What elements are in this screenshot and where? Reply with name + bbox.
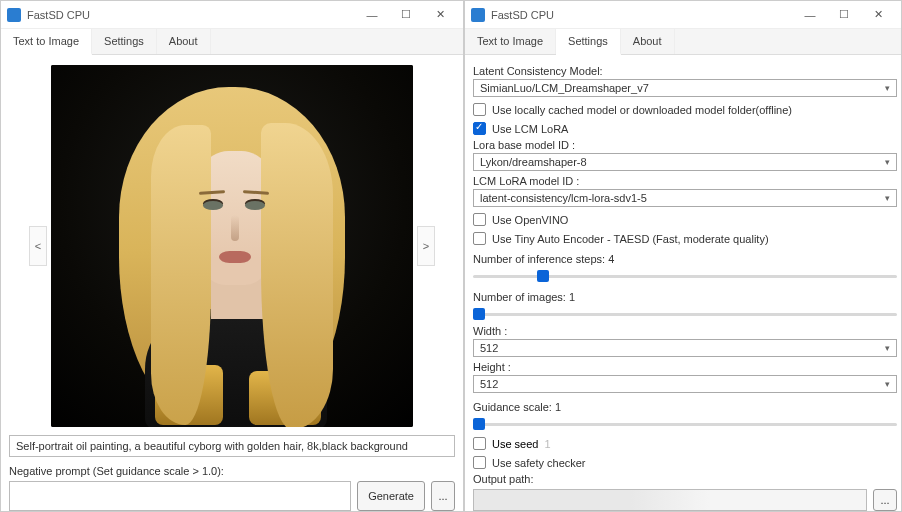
window-title: FastSD CPU bbox=[491, 9, 793, 21]
use-openvino-checkbox[interactable] bbox=[473, 213, 486, 226]
width-select[interactable]: 512 ▾ bbox=[473, 339, 897, 357]
browse-output-button[interactable]: ... bbox=[873, 489, 897, 511]
lora-base-select[interactable]: Lykon/dreamshaper-8 ▾ bbox=[473, 153, 897, 171]
maximize-button[interactable]: ☐ bbox=[389, 1, 423, 29]
tab-settings[interactable]: Settings bbox=[92, 29, 157, 54]
app-icon bbox=[471, 8, 485, 22]
width-value: 512 bbox=[480, 342, 498, 354]
generate-button[interactable]: Generate bbox=[357, 481, 425, 511]
image-area: < > bbox=[9, 61, 455, 431]
guidance-label: Guidance scale: 1 bbox=[473, 401, 897, 413]
negative-prompt-input[interactable] bbox=[9, 481, 351, 511]
num-images-slider-thumb[interactable] bbox=[473, 308, 485, 320]
tabs-right: Text to Image Settings About bbox=[465, 29, 901, 55]
num-images-slider[interactable] bbox=[473, 307, 897, 321]
use-local-cache-label: Use locally cached model or downloaded m… bbox=[492, 104, 792, 116]
minimize-button[interactable]: — bbox=[355, 1, 389, 29]
width-label: Width : bbox=[473, 325, 897, 337]
lcm-model-value: SimianLuo/LCM_Dreamshaper_v7 bbox=[480, 82, 649, 94]
chevron-down-icon: ▾ bbox=[885, 157, 890, 167]
generated-image[interactable] bbox=[51, 65, 413, 427]
lcm-model-label: Latent Consistency Model: bbox=[473, 65, 897, 77]
lcm-lora-id-select[interactable]: latent-consistency/lcm-lora-sdv1-5 ▾ bbox=[473, 189, 897, 207]
output-path-label: Output path: bbox=[473, 473, 897, 485]
use-taesd-checkbox[interactable] bbox=[473, 232, 486, 245]
use-lcm-lora-checkbox[interactable] bbox=[473, 122, 486, 135]
use-openvino-label: Use OpenVINO bbox=[492, 214, 568, 226]
tab-text-to-image[interactable]: Text to Image bbox=[1, 29, 92, 55]
chevron-down-icon: ▾ bbox=[885, 379, 890, 389]
left-window: FastSD CPU — ☐ ✕ Text to Image Settings … bbox=[0, 0, 464, 512]
tab-about[interactable]: About bbox=[621, 29, 675, 54]
tab-about[interactable]: About bbox=[157, 29, 211, 54]
minimize-button[interactable]: — bbox=[793, 1, 827, 29]
use-local-cache-checkbox[interactable] bbox=[473, 103, 486, 116]
titlebar-left[interactable]: FastSD CPU — ☐ ✕ bbox=[1, 1, 463, 29]
use-seed-checkbox[interactable] bbox=[473, 437, 486, 450]
guidance-slider-thumb[interactable] bbox=[473, 418, 485, 430]
steps-slider-thumb[interactable] bbox=[537, 270, 549, 282]
use-safety-checkbox[interactable] bbox=[473, 456, 486, 469]
tabs-left: Text to Image Settings About bbox=[1, 29, 463, 55]
right-window: FastSD CPU — ☐ ✕ Text to Image Settings … bbox=[464, 0, 902, 512]
guidance-value: 1 bbox=[555, 401, 561, 413]
titlebar-right[interactable]: FastSD CPU — ☐ ✕ bbox=[465, 1, 901, 29]
lora-base-label: Lora base model ID : bbox=[473, 139, 897, 151]
next-image-button[interactable]: > bbox=[417, 226, 435, 266]
lcm-model-select[interactable]: SimianLuo/LCM_Dreamshaper_v7 ▾ bbox=[473, 79, 897, 97]
close-button[interactable]: ✕ bbox=[423, 1, 457, 29]
more-options-button[interactable]: ... bbox=[431, 481, 455, 511]
use-safety-label: Use safety checker bbox=[492, 457, 586, 469]
use-seed-label: Use seed bbox=[492, 438, 538, 450]
use-lcm-lora-label: Use LCM LoRA bbox=[492, 123, 568, 135]
close-button[interactable]: ✕ bbox=[861, 1, 895, 29]
prompt-input[interactable]: Self-portrait oil painting, a beautiful … bbox=[9, 435, 455, 457]
negative-prompt-label: Negative prompt (Set guidance scale > 1.… bbox=[9, 465, 455, 477]
seed-input[interactable] bbox=[544, 438, 584, 450]
window-title: FastSD CPU bbox=[27, 9, 355, 21]
num-images-value: 1 bbox=[569, 291, 575, 303]
guidance-slider[interactable] bbox=[473, 417, 897, 431]
maximize-button[interactable]: ☐ bbox=[827, 1, 861, 29]
steps-value: 4 bbox=[608, 253, 614, 265]
chevron-down-icon: ▾ bbox=[885, 343, 890, 353]
output-path-input[interactable] bbox=[473, 489, 867, 511]
lcm-lora-id-value: latent-consistency/lcm-lora-sdv1-5 bbox=[480, 192, 647, 204]
left-content: < > Self-p bbox=[1, 55, 463, 511]
app-icon bbox=[7, 8, 21, 22]
height-select[interactable]: 512 ▾ bbox=[473, 375, 897, 393]
portrait-illustration bbox=[51, 65, 413, 427]
num-images-label: Number of images: 1 bbox=[473, 291, 897, 303]
tab-settings[interactable]: Settings bbox=[556, 29, 621, 55]
steps-slider[interactable] bbox=[473, 269, 897, 283]
chevron-down-icon: ▾ bbox=[885, 83, 890, 93]
settings-panel: Latent Consistency Model: SimianLuo/LCM_… bbox=[465, 55, 901, 511]
height-value: 512 bbox=[480, 378, 498, 390]
lora-base-value: Lykon/dreamshaper-8 bbox=[480, 156, 587, 168]
height-label: Height : bbox=[473, 361, 897, 373]
prev-image-button[interactable]: < bbox=[29, 226, 47, 266]
steps-label: Number of inference steps: 4 bbox=[473, 253, 897, 265]
tab-text-to-image[interactable]: Text to Image bbox=[465, 29, 556, 54]
lcm-lora-id-label: LCM LoRA model ID : bbox=[473, 175, 897, 187]
use-taesd-label: Use Tiny Auto Encoder - TAESD (Fast, mod… bbox=[492, 233, 769, 245]
chevron-down-icon: ▾ bbox=[885, 193, 890, 203]
